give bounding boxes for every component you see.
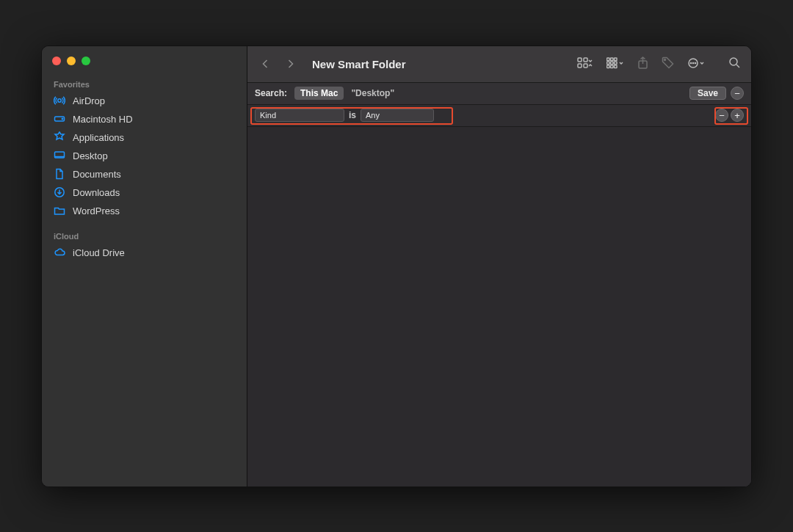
- svg-rect-11: [615, 58, 618, 61]
- svg-rect-5: [578, 58, 582, 62]
- svg-point-2: [62, 118, 62, 119]
- apps-icon: [54, 131, 65, 143]
- svg-rect-17: [615, 65, 618, 68]
- svg-point-21: [690, 62, 691, 63]
- svg-rect-16: [611, 65, 614, 68]
- sidebar-item-label: AirDrop: [73, 95, 105, 106]
- forward-button[interactable]: [283, 57, 297, 71]
- hdd-icon: [54, 113, 65, 125]
- sidebar-item-icloud-drive[interactable]: iCloud Drive: [42, 244, 247, 262]
- scope-this-mac[interactable]: This Mac: [294, 87, 344, 100]
- download-icon: [54, 186, 65, 198]
- sidebar-item-applications[interactable]: Applications: [42, 128, 247, 147]
- remove-search-button[interactable]: −: [731, 87, 744, 100]
- zoom-window-button[interactable]: [82, 57, 90, 65]
- tags-button[interactable]: [662, 57, 674, 71]
- criteria-remove-button[interactable]: −: [715, 109, 728, 122]
- sidebar-item-label: Downloads: [73, 187, 120, 198]
- sidebar-item-label: iCloud Drive: [73, 247, 125, 258]
- sidebar-item-label: Documents: [73, 169, 121, 180]
- airdrop-icon: [54, 95, 65, 106]
- doc-icon: [54, 168, 65, 180]
- svg-point-24: [730, 58, 737, 65]
- criteria-operator: is: [349, 110, 356, 120]
- search-button[interactable]: [728, 57, 741, 71]
- sidebar-item-wordpress[interactable]: WordPress: [42, 202, 247, 220]
- sidebar-item-airdrop[interactable]: AirDrop: [42, 92, 247, 110]
- svg-point-0: [58, 99, 61, 102]
- sidebar-item-label: Applications: [73, 132, 124, 143]
- sidebar-section-favorites: Favorites: [42, 76, 247, 92]
- minimize-window-button[interactable]: [67, 57, 76, 65]
- toolbar-right: [577, 57, 741, 72]
- svg-rect-14: [615, 62, 618, 65]
- close-window-button[interactable]: [52, 57, 61, 65]
- window-title: New Smart Folder: [312, 58, 567, 70]
- window-controls: [42, 54, 247, 76]
- back-button[interactable]: [258, 57, 272, 71]
- cloud-icon: [54, 247, 65, 258]
- sidebar-section-icloud: iCloud: [42, 227, 247, 244]
- save-button[interactable]: Save: [689, 87, 726, 100]
- criteria-attribute-dropdown[interactable]: Kind: [255, 109, 344, 122]
- sidebar-item-desktop[interactable]: Desktop: [42, 147, 247, 165]
- toolbar: New Smart Folder: [247, 46, 751, 83]
- svg-rect-8: [584, 64, 587, 68]
- svg-point-19: [665, 59, 666, 61]
- sidebar-item-label: Desktop: [73, 150, 108, 161]
- svg-point-23: [695, 62, 695, 63]
- svg-rect-10: [611, 58, 614, 61]
- finder-window: Favorites AirDrop Macintosh HD Applicati…: [41, 45, 752, 487]
- sidebar-item-documents[interactable]: Documents: [42, 165, 247, 183]
- group-by-button[interactable]: [606, 57, 624, 71]
- svg-rect-6: [584, 58, 587, 62]
- sidebar: Favorites AirDrop Macintosh HD Applicati…: [42, 46, 247, 487]
- scope-desktop[interactable]: "Desktop": [351, 88, 394, 98]
- sidebar-item-label: Macintosh HD: [73, 114, 133, 125]
- svg-rect-15: [607, 65, 610, 68]
- criteria-add-button[interactable]: +: [731, 109, 744, 122]
- svg-rect-7: [578, 64, 582, 68]
- share-button[interactable]: [637, 57, 648, 72]
- results-area: [247, 127, 751, 487]
- svg-point-22: [692, 62, 693, 63]
- action-button[interactable]: [687, 57, 706, 71]
- criteria-value-dropdown[interactable]: Any: [361, 109, 434, 122]
- svg-rect-9: [607, 58, 610, 61]
- search-scope-bar: Search: This Mac "Desktop" Save −: [247, 83, 751, 105]
- svg-rect-13: [611, 62, 614, 65]
- desktop-icon: [54, 150, 65, 161]
- folder-icon: [54, 205, 65, 216]
- sidebar-item-downloads[interactable]: Downloads: [42, 183, 247, 202]
- search-label: Search:: [255, 88, 287, 98]
- svg-rect-12: [607, 62, 610, 65]
- sidebar-item-macintosh-hd[interactable]: Macintosh HD: [42, 110, 247, 128]
- sidebar-item-label: WordPress: [73, 205, 120, 216]
- content-area: New Smart Folder: [247, 46, 751, 487]
- view-icons-button[interactable]: [577, 57, 593, 71]
- criteria-row: Kind is Any − +: [247, 105, 751, 127]
